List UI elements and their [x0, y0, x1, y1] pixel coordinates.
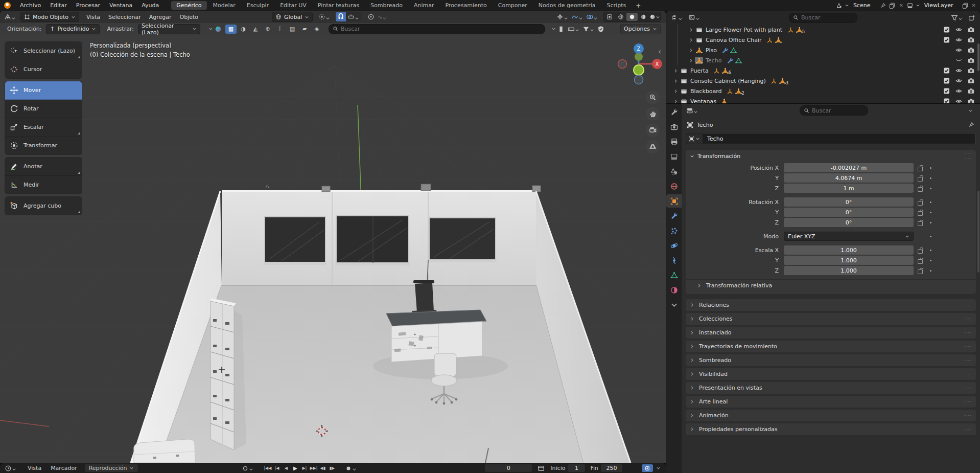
workspace-tab[interactable]: Animar: [409, 1, 439, 10]
tool-toggle-icon[interactable]: ◈: [311, 25, 322, 34]
properties-tab-overflow-icon[interactable]: [666, 298, 682, 311]
wireframe-shading-icon[interactable]: [615, 13, 626, 21]
workspace-tab[interactable]: Componer: [493, 1, 532, 10]
render-preview-icon[interactable]: [604, 13, 615, 21]
tool-transform[interactable]: Transformar: [5, 137, 82, 154]
lock-icon[interactable]: [914, 247, 927, 254]
tool-toggle-icon[interactable]: ⊕: [262, 25, 273, 34]
properties-tab-constraints[interactable]: [666, 254, 682, 267]
outliner-item-label[interactable]: Blackboard: [690, 88, 722, 95]
proportional-editing-button[interactable]: [366, 12, 376, 21]
tool-cube[interactable]: Agregar cubo: [5, 197, 82, 215]
breadcrumb-object-name[interactable]: Techo: [697, 122, 713, 128]
lock-icon[interactable]: [914, 257, 927, 264]
viewport-visibility-icon[interactable]: [955, 37, 963, 43]
outliner-item-label[interactable]: Console Cabinet (Hanging): [690, 78, 766, 84]
outliner-item-label[interactable]: Large Flower Pot with plant: [706, 27, 782, 33]
viewport-visibility-icon[interactable]: [955, 67, 963, 74]
expand-icon[interactable]: [673, 69, 680, 73]
section-relaciones[interactable]: Relaciones····: [686, 299, 976, 311]
play-button[interactable]: ▶: [291, 464, 299, 472]
snap-toggle-button[interactable]: [336, 12, 346, 21]
xray-toggle-button[interactable]: [585, 12, 599, 21]
animate-dot[interactable]: [927, 270, 934, 272]
outliner-item-label[interactable]: Ventanas: [690, 98, 716, 104]
lock-icon[interactable]: [914, 267, 927, 274]
transform-collapse-icon[interactable]: [690, 154, 694, 159]
topbar-menu-editar[interactable]: Editar: [45, 2, 72, 9]
pin-id-icon[interactable]: [968, 121, 975, 128]
value-slider[interactable]: 1.000: [784, 266, 914, 275]
workspace-tab[interactable]: Procesamiento: [440, 1, 492, 10]
animate-dot[interactable]: [927, 201, 934, 203]
value-slider[interactable]: 0°: [784, 208, 914, 217]
remove-viewlayer-icon[interactable]: ✕: [971, 3, 977, 8]
tool-toggle-icon[interactable]: ▤: [287, 25, 298, 34]
next-keyframe-button[interactable]: ▶|: [300, 464, 309, 472]
lock-icon[interactable]: [914, 219, 927, 226]
properties-editor-type-button[interactable]: [685, 106, 699, 115]
outliner-display-mode-button[interactable]: [669, 13, 684, 22]
value-slider[interactable]: 0°: [784, 218, 914, 227]
viewport-visibility-icon[interactable]: [955, 27, 963, 33]
snap-settings-icon[interactable]: [566, 25, 581, 34]
outliner-row[interactable]: Puerta6: [666, 65, 980, 76]
viewport-visibility-icon[interactable]: [955, 88, 963, 95]
auto-keyframe-button[interactable]: [343, 464, 358, 473]
outliner-row[interactable]: Ventanas: [666, 96, 980, 103]
tool-toggle-icon[interactable]: ◑: [238, 25, 249, 34]
tool-toggle-icon[interactable]: ◭: [250, 25, 261, 34]
timeline-menu-marcador[interactable]: Marcador: [46, 465, 82, 471]
snap-target-button[interactable]: [346, 12, 361, 21]
tool-measure[interactable]: Medir: [5, 176, 82, 194]
section-arte-lineal[interactable]: Arte lineal····: [686, 396, 976, 408]
animate-dot[interactable]: [927, 167, 934, 169]
end-frame-field[interactable]: 250: [601, 464, 622, 472]
properties-tab-scene[interactable]: [666, 165, 682, 178]
pan-hand-button[interactable]: [646, 107, 660, 121]
object-name-field[interactable]: Techo: [703, 133, 976, 144]
expand-icon[interactable]: [689, 48, 695, 53]
exclude-checkbox[interactable]: [943, 78, 950, 84]
rotation-mode-select[interactable]: Euler XYZ: [784, 232, 914, 241]
render-visibility-icon[interactable]: [967, 27, 975, 33]
zoom-button[interactable]: [646, 91, 660, 104]
properties-tab-object-data[interactable]: [666, 268, 682, 282]
outliner-filter-display-button[interactable]: [687, 13, 702, 22]
expand-icon[interactable]: [673, 79, 680, 83]
orientation-preset-selector[interactable]: Predefinido: [46, 24, 100, 34]
workspace-tab[interactable]: Genérico: [171, 1, 206, 10]
properties-tab-modifiers[interactable]: [666, 209, 682, 222]
ortho-toggle-button[interactable]: [646, 140, 660, 153]
lock-icon[interactable]: [914, 199, 927, 206]
viewport-visibility-icon[interactable]: [955, 57, 963, 64]
tool-lasso[interactable]: Seleccionar (Lazo): [5, 42, 82, 60]
scene-selector-chevron-icon[interactable]: [845, 3, 849, 8]
pivot-point-button[interactable]: [317, 12, 332, 21]
show-gizmo-button[interactable]: [555, 12, 570, 21]
lock-icon[interactable]: [914, 185, 927, 192]
topbar-menu-ventana[interactable]: Ventana: [105, 2, 137, 9]
scene-name[interactable]: Scene: [851, 2, 878, 9]
workspace-tab[interactable]: Sombreado: [365, 1, 408, 10]
render-visibility-icon[interactable]: [967, 78, 975, 84]
section-propiedades-personalizadas[interactable]: Propiedades personalizadas····: [686, 423, 976, 435]
outliner-row[interactable]: Piso: [666, 45, 980, 55]
outliner-filter-button[interactable]: [949, 13, 964, 22]
use-preview-range-icon[interactable]: [536, 464, 546, 473]
animate-dot[interactable]: [927, 250, 934, 251]
section-sombreado[interactable]: Sombreado····: [686, 354, 976, 366]
tool-annotate[interactable]: Anotar: [5, 157, 82, 176]
playback-menu[interactable]: Reproducción: [85, 464, 138, 472]
value-slider[interactable]: 4.0674 m: [784, 173, 914, 183]
properties-tab-output[interactable]: [666, 135, 682, 148]
section-colecciones[interactable]: Colecciones····: [686, 313, 976, 325]
properties-tab-render[interactable]: [666, 120, 682, 133]
viewlayer-icon[interactable]: [906, 2, 914, 9]
timeline-extra-chevron-icon[interactable]: [656, 466, 661, 470]
viewport-menu-objeto[interactable]: Objeto: [176, 14, 203, 20]
section-trayectorias-de-movimiento[interactable]: Trayectorias de movimiento····: [686, 341, 976, 352]
color-wheel-icon[interactable]: [213, 25, 223, 34]
lock-icon[interactable]: [914, 209, 927, 216]
properties-tab-view-layer[interactable]: [666, 150, 682, 163]
